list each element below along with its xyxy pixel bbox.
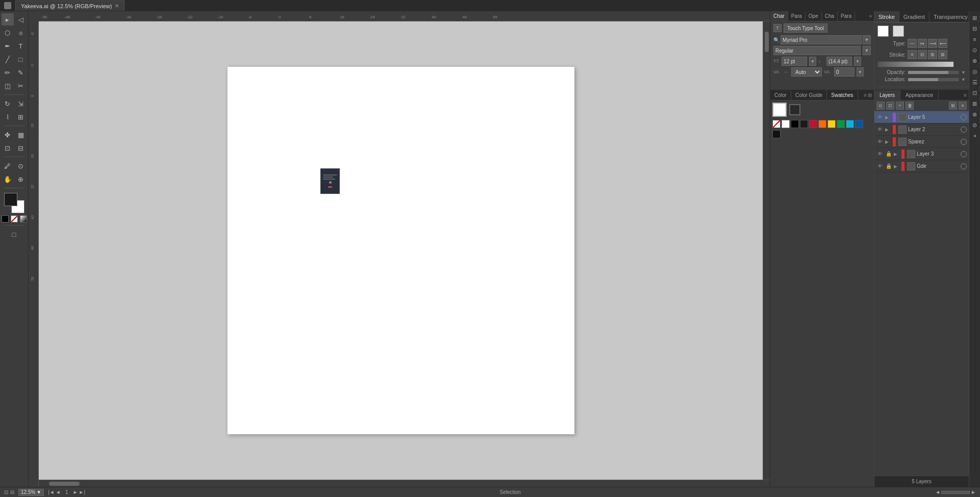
panel-expand-btn[interactable]: » xyxy=(867,13,874,19)
swatches-list-view-icon[interactable]: ≡ xyxy=(864,92,867,98)
scale-tool[interactable]: ⇲ xyxy=(15,97,27,110)
opacity-slider[interactable] xyxy=(908,70,959,74)
tab-layers[interactable]: Layers xyxy=(874,90,900,100)
layer-row-5[interactable]: 👁 ▶ Layer 5 xyxy=(874,111,969,123)
swatch-dark-gray[interactable] xyxy=(800,120,808,128)
fr-icon-9[interactable]: ⊠ xyxy=(970,99,979,108)
eraser-tool[interactable]: ◫ xyxy=(2,80,14,92)
tab-color-guide[interactable]: Color Guide xyxy=(791,90,827,100)
fr-icon-2[interactable]: ⊟ xyxy=(970,24,979,33)
document-tab[interactable]: Yakeeva.ai @ 12.5% (RGB/Preview) ✕ xyxy=(15,1,124,11)
shape-tool[interactable]: □ xyxy=(15,53,27,65)
swatch-black[interactable] xyxy=(791,120,799,128)
layer-5-visibility[interactable]: 👁 xyxy=(876,114,884,121)
swatch-blue[interactable] xyxy=(855,120,863,128)
kerning-select[interactable]: Auto xyxy=(791,67,822,77)
hand-tool[interactable]: ✋ xyxy=(2,173,14,185)
pen-tool[interactable]: ✒ xyxy=(2,40,14,52)
horizontal-scrollbar[interactable] xyxy=(39,480,770,487)
measure-tool[interactable]: ⊙ xyxy=(15,160,27,172)
swatch-preview-white[interactable] xyxy=(772,103,787,117)
tab-swatches[interactable]: Swatches xyxy=(827,90,858,100)
layer-row-sparez[interactable]: 👁 ▶ Sparez xyxy=(874,136,969,148)
page-prev2[interactable]: ◄ xyxy=(56,489,61,495)
swatch-none[interactable] xyxy=(772,120,781,128)
tab-transparency[interactable]: Transparency xyxy=(929,11,972,22)
default-colors-icon[interactable] xyxy=(2,215,9,222)
status-icon-2[interactable]: ⊟ xyxy=(10,489,14,495)
tracking-input[interactable] xyxy=(834,67,855,77)
layer-3-target[interactable] xyxy=(961,151,967,157)
foreground-color-box[interactable] xyxy=(4,193,17,206)
fr-icon-6[interactable]: ◎ xyxy=(970,67,979,76)
swatch-red[interactable] xyxy=(809,120,817,128)
delete-layer-btn[interactable]: 🗑 xyxy=(906,102,914,110)
leading-expand[interactable]: ▼ xyxy=(854,57,861,66)
swatch-green[interactable] xyxy=(837,120,845,128)
type-tool[interactable]: T xyxy=(15,40,27,52)
stroke-stroke-swatch[interactable] xyxy=(893,26,904,37)
eyedropper-tool[interactable]: 🖉 xyxy=(2,160,14,172)
sparez-expand[interactable]: ▶ xyxy=(885,139,890,144)
drawing-mode-btn[interactable]: □ xyxy=(8,228,20,240)
swatch-white[interactable] xyxy=(782,120,790,128)
layer-2-visibility[interactable]: 👁 xyxy=(876,126,884,133)
gde-target[interactable] xyxy=(961,163,967,169)
stroke-type-btn-4[interactable]: ⟵ xyxy=(938,39,947,48)
tracking-expand[interactable]: ▼ xyxy=(857,67,864,77)
page-next2[interactable]: ►| xyxy=(79,489,86,495)
gde-lock[interactable]: 🔒 xyxy=(885,163,892,170)
magic-wand-tool[interactable]: ⬡ xyxy=(2,27,14,39)
selection-tool[interactable]: ▸ xyxy=(2,13,14,26)
swatch-yellow[interactable] xyxy=(827,120,836,128)
touch-type-btn[interactable]: Touch Type Tool xyxy=(784,23,827,33)
gde-expand[interactable]: ▶ xyxy=(894,164,899,169)
fr-icon-11[interactable]: ⊘ xyxy=(970,120,979,130)
layers-panel-menu[interactable]: ≡ xyxy=(962,92,969,98)
fr-icon-5[interactable]: ⊕ xyxy=(970,56,979,65)
tab-gradient[interactable]: Gradient xyxy=(899,11,929,22)
font-size-input[interactable] xyxy=(782,57,807,66)
swatch-cyan[interactable] xyxy=(846,120,854,128)
stroke-type-btn-1[interactable]: — xyxy=(908,39,917,48)
font-style-expand[interactable]: ▼ xyxy=(863,46,871,55)
locate-object-btn[interactable]: ⊙ xyxy=(876,102,885,110)
rotate-tool[interactable]: ↻ xyxy=(2,97,14,110)
fr-icon-8[interactable]: ⊡ xyxy=(970,88,979,97)
layer-3-lock[interactable]: 🔒 xyxy=(885,151,892,158)
paintbrush-tool[interactable]: ✏ xyxy=(2,66,14,79)
font-search-input[interactable] xyxy=(781,35,862,44)
gradient-bar[interactable] xyxy=(877,61,954,67)
free-transform-tool[interactable]: ⊞ xyxy=(15,111,27,123)
layers-options-btn[interactable]: ⊞ xyxy=(949,102,957,110)
fr-icon-7[interactable]: ☰ xyxy=(970,78,979,87)
tab-stroke[interactable]: Stroke xyxy=(874,11,899,22)
tab-character[interactable]: Char xyxy=(770,11,788,21)
fr-icon-3[interactable]: ≡ xyxy=(970,35,979,44)
layer-3-visibility[interactable]: 👁 xyxy=(876,151,884,158)
stroke-align-btn-4[interactable]: ⊠ xyxy=(938,50,947,59)
page-next[interactable]: ► xyxy=(73,489,78,495)
layer-5-target[interactable] xyxy=(961,114,967,120)
fr-icon-10[interactable]: ⊗ xyxy=(970,110,979,119)
layer-5-expand[interactable]: ▶ xyxy=(885,115,890,120)
swatches-menu-btn[interactable]: ≡ ⊞ xyxy=(862,92,874,98)
close-icon[interactable]: ✕ xyxy=(115,3,119,9)
layer-2-target[interactable] xyxy=(961,127,967,133)
sparez-target[interactable] xyxy=(961,139,967,145)
tab-para-styles[interactable]: Para xyxy=(838,11,855,21)
stroke-align-btn-2[interactable]: ⊟ xyxy=(918,50,927,59)
slice-tool[interactable]: ⊟ xyxy=(15,142,27,154)
pencil-tool[interactable]: ✎ xyxy=(15,66,27,79)
swatches-grid-view-icon[interactable]: ⊞ xyxy=(868,92,872,98)
page-prev[interactable]: |◄ xyxy=(48,489,55,495)
layers-list-btn[interactable]: ≡ xyxy=(959,102,967,110)
lasso-tool[interactable]: ⌾ xyxy=(15,27,27,39)
tab-appearance[interactable]: Appearance xyxy=(900,90,939,100)
tab-color[interactable]: Color xyxy=(770,90,791,100)
swatch-orange[interactable] xyxy=(818,120,826,128)
create-new-layer-btn[interactable]: + xyxy=(896,102,904,110)
none-color-icon[interactable] xyxy=(11,215,18,222)
canvas-viewport[interactable] xyxy=(39,21,763,480)
scissors-tool[interactable]: ✂ xyxy=(15,80,27,92)
